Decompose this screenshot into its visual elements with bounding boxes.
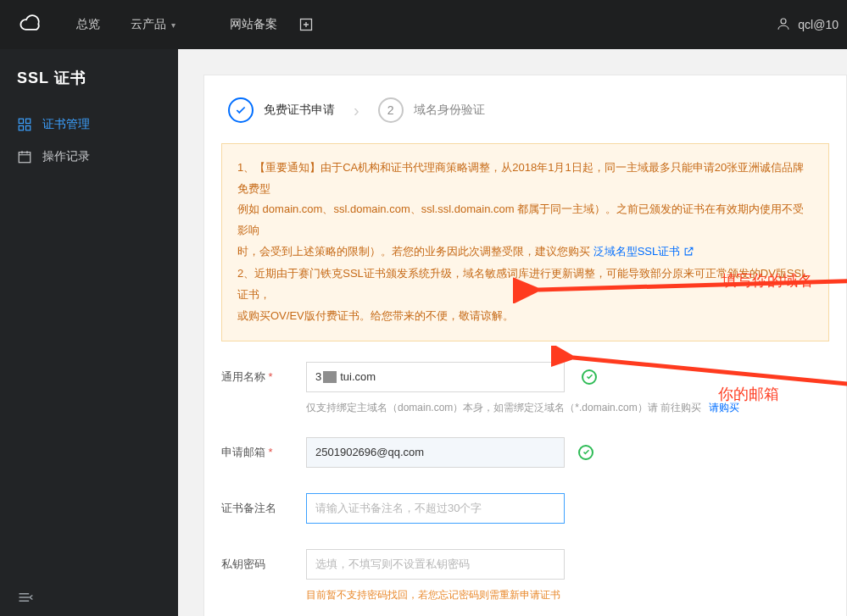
label-remark: 证书备注名 xyxy=(221,493,306,516)
top-bar: 总览 云产品▾ 网站备案 qcl@10 xyxy=(0,0,847,49)
row-remark: 证书备注名 xyxy=(221,493,829,524)
user-menu[interactable]: qcl@10 xyxy=(767,0,847,49)
form-card: 免费证书申请 › 2 域名身份验证 1、【重要通知】由于CA机构和证书代理商策略… xyxy=(203,75,847,616)
label-common-name: 通用名称 xyxy=(221,362,306,385)
add-button[interactable] xyxy=(293,0,320,49)
svg-rect-3 xyxy=(26,119,31,123)
main-content: 免费证书申请 › 2 域名身份验证 1、【重要通知】由于CA机构和证书代理商策略… xyxy=(178,49,847,616)
email-input[interactable] xyxy=(306,437,565,468)
sidebar-item-op-log[interactable]: 操作记录 xyxy=(0,141,178,173)
check-circle-icon xyxy=(228,97,254,123)
row-password: 私钥密码 目前暂不支持密码找回，若您忘记密码则需重新申请证书 xyxy=(221,549,829,602)
password-input[interactable] xyxy=(306,549,565,580)
check-ok-icon xyxy=(582,369,597,385)
step-indicator: 免费证书申请 › 2 域名身份验证 xyxy=(228,97,829,123)
sidebar-collapse[interactable] xyxy=(0,579,178,616)
wildcard-cert-link[interactable]: 泛域名型SSL证书 xyxy=(593,245,681,258)
collapse-icon xyxy=(17,591,34,603)
common-name-input[interactable]: 3tui.com xyxy=(306,362,565,392)
svg-rect-2 xyxy=(19,119,23,123)
sidebar-title: SSL 证书 xyxy=(0,68,178,108)
user-icon xyxy=(776,16,791,34)
password-warning: 目前暂不支持密码找回，若您忘记密码则需重新申请证书 xyxy=(306,588,829,602)
chevron-down-icon: ▾ xyxy=(171,20,176,30)
annotation-domain: 填写你的域名 xyxy=(722,270,813,291)
sidebar-item-cert-manage[interactable]: 证书管理 xyxy=(0,108,178,141)
sidebar-item-label: 操作记录 xyxy=(42,149,90,164)
external-link-icon xyxy=(683,243,694,264)
label-email: 申请邮箱 xyxy=(221,437,306,460)
nav-overview[interactable]: 总览 xyxy=(61,0,115,49)
sidebar: SSL 证书 证书管理 操作记录 xyxy=(0,49,178,616)
remark-input[interactable] xyxy=(306,493,565,524)
svg-rect-4 xyxy=(19,126,23,130)
chevron-right-icon: › xyxy=(354,101,359,120)
label-password: 私钥密码 xyxy=(221,549,306,572)
grid-icon xyxy=(17,117,32,132)
redacted-text xyxy=(323,371,337,383)
check-ok-icon xyxy=(578,445,593,460)
annotation-email: 你的邮箱 xyxy=(718,384,779,404)
step-1: 免费证书申请 xyxy=(228,97,335,123)
svg-rect-5 xyxy=(26,126,31,130)
cloud-logo-icon[interactable] xyxy=(0,0,61,49)
notice-banner: 1、【重要通知】由于CA机构和证书代理商策略调整，从2018年1月1日起，同一主… xyxy=(221,143,829,341)
calendar-icon xyxy=(17,149,32,164)
row-email: 申请邮箱 xyxy=(221,437,829,468)
step-2: 2 域名身份验证 xyxy=(378,97,485,123)
username-label: qcl@10 xyxy=(798,18,839,31)
nav-cloud-products[interactable]: 云产品▾ xyxy=(115,0,191,49)
plus-square-icon xyxy=(299,18,313,31)
svg-rect-6 xyxy=(19,153,31,163)
nav-site-filing[interactable]: 网站备案 xyxy=(215,0,293,49)
svg-point-1 xyxy=(781,19,786,24)
sidebar-item-label: 证书管理 xyxy=(42,117,90,132)
